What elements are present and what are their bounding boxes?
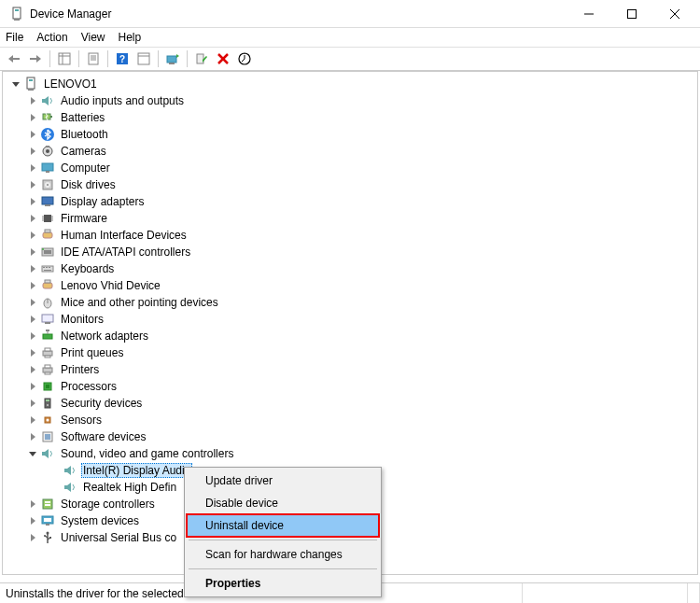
- ctx-scan-hardware[interactable]: Scan for hardware changes: [187, 543, 379, 566]
- expand-arrow-icon[interactable]: [27, 179, 38, 190]
- expand-arrow-icon[interactable]: [27, 297, 38, 308]
- expand-arrow-icon[interactable]: [27, 431, 38, 442]
- show-hide-tree-button[interactable]: [54, 49, 75, 69]
- category-keyboard[interactable]: Keyboards: [10, 260, 697, 277]
- expand-arrow-icon[interactable]: [27, 414, 38, 426]
- menu-action[interactable]: Action: [36, 31, 67, 44]
- category-ide[interactable]: IDE ATA/ATAPI controllers: [10, 244, 697, 260]
- svg-rect-59: [43, 283, 52, 288]
- maximize-button[interactable]: [610, 0, 653, 28]
- expand-arrow-icon[interactable]: [27, 246, 38, 258]
- category-software[interactable]: Software devices: [10, 428, 697, 445]
- svg-rect-77: [46, 400, 49, 401]
- update-driver-button[interactable]: [162, 49, 183, 69]
- svg-rect-83: [45, 501, 50, 503]
- toolbar: ?: [0, 47, 700, 71]
- expand-arrow-icon[interactable]: [27, 162, 38, 174]
- category-label: Batteries: [59, 111, 106, 124]
- category-label: Bluetooth: [59, 128, 110, 141]
- category-hid[interactable]: Lenovo Vhid Device: [10, 277, 697, 294]
- expand-arrow-icon[interactable]: [10, 78, 21, 90]
- ctx-disable-device[interactable]: Disable device: [187, 492, 379, 514]
- menubar: File Action View Help: [0, 28, 700, 47]
- expand-arrow-icon[interactable]: [27, 515, 38, 526]
- expand-arrow-icon[interactable]: [27, 129, 38, 140]
- expand-arrow-icon[interactable]: [27, 448, 38, 459]
- expand-arrow-icon[interactable]: [27, 314, 38, 325]
- ctx-uninstall-device[interactable]: Uninstall device: [187, 514, 379, 537]
- category-label: Audio inputs and outputs: [59, 94, 186, 107]
- category-cpu[interactable]: Processors: [10, 378, 697, 395]
- enable-button[interactable]: [191, 49, 212, 69]
- svg-rect-2: [14, 19, 20, 21]
- forward-button[interactable]: [25, 49, 46, 69]
- category-disk[interactable]: Disk drives: [10, 176, 697, 193]
- svg-rect-20: [167, 56, 176, 63]
- category-monitor2[interactable]: Monitors: [10, 311, 697, 328]
- printer-icon: [40, 362, 55, 377]
- expand-arrow-icon[interactable]: [27, 381, 38, 392]
- category-chip[interactable]: Firmware: [10, 210, 697, 227]
- svg-rect-34: [46, 146, 49, 147]
- menu-help[interactable]: Help: [119, 31, 142, 44]
- help-button[interactable]: ?: [112, 49, 133, 69]
- uninstall-button[interactable]: [213, 49, 233, 69]
- keyboard-icon: [40, 261, 55, 276]
- svg-rect-22: [197, 54, 203, 63]
- category-label: Disk drives: [59, 178, 118, 191]
- expand-arrow-icon[interactable]: [27, 263, 38, 274]
- category-display[interactable]: Display adapters: [10, 193, 697, 210]
- expand-arrow-icon[interactable]: [27, 112, 38, 123]
- root-node[interactable]: LENOVO1: [10, 76, 697, 92]
- ctx-separator: [189, 568, 377, 569]
- category-label: Display adapters: [59, 195, 146, 208]
- category-sensor[interactable]: Sensors: [10, 412, 697, 428]
- category-sound[interactable]: Sound, video and game controllers: [10, 445, 697, 462]
- expand-arrow-icon[interactable]: [27, 398, 38, 409]
- svg-rect-0: [13, 7, 21, 19]
- expand-arrow-icon[interactable]: [27, 498, 38, 510]
- menu-view[interactable]: View: [81, 31, 105, 44]
- category-label: Firmware: [59, 212, 109, 225]
- ctx-properties[interactable]: Properties: [187, 572, 379, 595]
- expand-arrow-icon[interactable]: [27, 364, 38, 375]
- category-label: Sensors: [59, 414, 104, 427]
- category-speaker[interactable]: Audio inputs and outputs: [10, 92, 697, 109]
- category-security[interactable]: Security devices: [10, 395, 697, 412]
- expand-arrow-icon[interactable]: [27, 95, 38, 106]
- svg-rect-7: [13, 58, 20, 60]
- category-label: Printers: [59, 363, 101, 376]
- expand-arrow-icon[interactable]: [27, 280, 38, 291]
- category-printer[interactable]: Printers: [10, 361, 697, 378]
- device-label: Realtek High Defin: [81, 481, 178, 494]
- expand-arrow-icon[interactable]: [27, 347, 38, 358]
- category-network[interactable]: Network adapters: [10, 328, 697, 344]
- svg-point-33: [46, 149, 49, 153]
- expand-arrow-icon[interactable]: [27, 196, 38, 207]
- close-button[interactable]: [653, 0, 696, 28]
- category-mouse[interactable]: Mice and other pointing devices: [10, 294, 697, 311]
- menu-file[interactable]: File: [6, 31, 23, 44]
- category-label: Keyboards: [59, 262, 116, 275]
- scan-hardware-button[interactable]: [234, 49, 255, 69]
- expand-arrow-icon[interactable]: [27, 230, 38, 241]
- expand-arrow-icon[interactable]: [27, 532, 38, 543]
- svg-point-89: [44, 535, 46, 537]
- window-controls: [567, 0, 696, 28]
- expand-arrow-icon[interactable]: [27, 213, 38, 224]
- category-battery[interactable]: Batteries: [10, 109, 697, 126]
- expand-arrow-icon[interactable]: [27, 330, 38, 342]
- back-button[interactable]: [4, 49, 24, 69]
- action-button[interactable]: [133, 49, 154, 69]
- category-monitor[interactable]: Computer: [10, 160, 697, 176]
- minimize-button[interactable]: [567, 0, 610, 28]
- ctx-update-driver[interactable]: Update driver: [187, 470, 379, 492]
- properties-button[interactable]: [83, 49, 104, 69]
- expand-arrow-icon[interactable]: [27, 146, 38, 157]
- svg-text:?: ?: [119, 54, 125, 64]
- category-bluetooth[interactable]: Bluetooth: [10, 126, 697, 143]
- monitor2-icon: [40, 312, 55, 327]
- category-hid[interactable]: Human Interface Devices: [10, 227, 697, 244]
- category-camera[interactable]: Cameras: [10, 143, 697, 160]
- category-printer[interactable]: Print queues: [10, 344, 697, 361]
